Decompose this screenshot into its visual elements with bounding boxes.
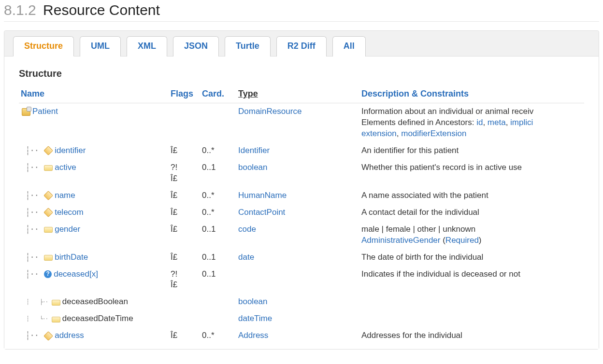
description-cell: Addresses for the individual: [359, 327, 584, 344]
cardinality-cell: 0..*: [200, 204, 236, 221]
flags-cell: Î£: [169, 249, 200, 266]
cardinality-cell: 0..*: [200, 187, 236, 204]
complex-type-icon: [43, 191, 53, 200]
type-link[interactable]: dateTime: [238, 314, 272, 323]
primitive-type-icon: [44, 227, 53, 233]
type-link[interactable]: boolean: [238, 163, 268, 172]
description-cell: Information about an individual or anima…: [359, 103, 584, 142]
element-name-link[interactable]: name: [55, 191, 75, 200]
element-name-link[interactable]: birthDate: [55, 252, 88, 262]
structure-subtitle: Structure: [19, 68, 584, 79]
ancestor-link[interactable]: modifierExtension: [401, 129, 466, 138]
description-cell: A contact detail for the individual: [359, 204, 584, 221]
flags-cell: Î£: [169, 187, 200, 204]
table-row: ┆·· nameÎ£0..*HumanNameA name associated…: [19, 187, 584, 204]
table-row: ┆·· active?!Î£0..1booleanWhether this pa…: [19, 159, 584, 187]
flags-cell: Î£: [169, 142, 200, 159]
table-row: ┆ └·· deceasedDateTimedateTime: [19, 310, 584, 327]
tab-json[interactable]: JSON: [173, 36, 219, 56]
tab-r2-diff[interactable]: R2 Diff: [276, 36, 327, 56]
cardinality-cell: 0..*: [200, 142, 236, 159]
flags-cell: Î£: [169, 204, 200, 221]
type-link[interactable]: Identifier: [238, 146, 270, 155]
type-link[interactable]: DomainResource: [238, 107, 302, 116]
tab-strip: StructureUMLXMLJSONTurtleR2 DiffAll: [4, 31, 599, 56]
binding-link[interactable]: AdministrativeGender: [361, 236, 440, 245]
cardinality-cell: 0..*: [200, 327, 236, 344]
element-name-link[interactable]: telecom: [55, 208, 84, 217]
binding-strength-link[interactable]: Required: [445, 236, 479, 245]
col-card[interactable]: Card.: [200, 86, 236, 103]
description-cell: Indicates if the individual is deceased …: [359, 266, 584, 294]
ancestor-link[interactable]: meta: [488, 118, 506, 127]
ancestor-link[interactable]: id: [476, 118, 483, 127]
table-row: ┆·· telecomÎ£0..*ContactPointA contact d…: [19, 204, 584, 221]
section-title-text: Resource Content: [43, 2, 160, 18]
element-name-link[interactable]: active: [55, 163, 76, 172]
cardinality-cell: [200, 310, 236, 327]
primitive-type-icon: [44, 255, 53, 261]
element-name-link[interactable]: address: [55, 331, 84, 340]
complex-type-icon: [43, 208, 53, 217]
description-cell: [359, 310, 584, 327]
cardinality-cell: [200, 294, 236, 310]
cardinality-cell: 0..1: [200, 159, 236, 187]
type-link[interactable]: Address: [238, 331, 268, 340]
col-flags[interactable]: Flags: [169, 86, 200, 103]
tab-panel-structure: Structure Name Flags Card. Type Descript…: [4, 56, 599, 349]
tab-all[interactable]: All: [332, 36, 366, 56]
table-row: ┆·· identifierÎ£0..*IdentifierAn identif…: [19, 142, 584, 159]
description-cell: A name associated with the patient: [359, 187, 584, 204]
type-link[interactable]: HumanName: [238, 191, 287, 200]
col-name[interactable]: Name: [19, 86, 169, 103]
cardinality-cell: 0..1: [200, 266, 236, 294]
resource-panel: StructureUMLXMLJSONTurtleR2 DiffAll Stru…: [4, 30, 599, 350]
resource-icon: [22, 108, 30, 116]
ancestor-link[interactable]: extension: [361, 129, 397, 138]
flags-cell: [169, 310, 200, 327]
description-cell: An identifier for this patient: [359, 142, 584, 159]
table-row: ┆·· birthDateÎ£0..1dateThe date of birth…: [19, 249, 584, 266]
flags-cell: Î£: [169, 327, 200, 344]
structure-table: Name Flags Card. Type Description & Cons…: [19, 86, 584, 344]
flags-cell: [169, 294, 200, 310]
element-name-link[interactable]: gender: [55, 224, 80, 234]
flags-cell: ?!Î£: [169, 266, 200, 294]
description-cell: The date of birth for the individual: [359, 249, 584, 266]
tab-uml[interactable]: UML: [80, 36, 121, 56]
complex-type-icon: [43, 331, 53, 341]
element-name-link[interactable]: identifier: [55, 146, 86, 155]
section-number: 8.1.2: [4, 2, 36, 18]
type-link[interactable]: date: [238, 252, 254, 262]
section-heading: 8.1.2 Resource Content: [4, 2, 599, 22]
element-name: deceasedDateTime: [62, 314, 133, 323]
col-type[interactable]: Type: [236, 86, 359, 103]
element-name-link[interactable]: Patient: [32, 107, 58, 116]
type-link[interactable]: ContactPoint: [238, 208, 285, 217]
table-row: ┆·· addressÎ£0..*AddressAddresses for th…: [19, 327, 584, 344]
flags-cell: Î£: [169, 221, 200, 249]
description-cell: male | female | other | unknownAdministr…: [359, 221, 584, 249]
tab-turtle[interactable]: Turtle: [225, 36, 271, 56]
table-row: ┆·· genderÎ£0..1codemale | female | othe…: [19, 221, 584, 249]
type-link[interactable]: boolean: [238, 297, 268, 306]
choice-type-icon: [44, 270, 52, 278]
complex-type-icon: [43, 146, 53, 155]
tab-structure[interactable]: Structure: [13, 36, 74, 56]
ancestor-link[interactable]: implici: [510, 118, 533, 127]
cardinality-cell: 0..1: [200, 221, 236, 249]
type-link[interactable]: code: [238, 224, 256, 234]
tab-xml[interactable]: XML: [127, 36, 167, 56]
cardinality-cell: 0..1: [200, 249, 236, 266]
element-name-link[interactable]: deceased[x]: [54, 269, 98, 279]
flags-cell: ?!Î£: [169, 159, 200, 187]
primitive-type-icon: [52, 300, 60, 306]
table-row: PatientDomainResourceInformation about a…: [19, 103, 584, 142]
element-name: deceasedBoolean: [62, 297, 128, 306]
col-desc[interactable]: Description & Constraints: [359, 86, 584, 103]
description-cell: [359, 294, 584, 310]
description-cell: Whether this patient's record is in acti…: [359, 159, 584, 187]
table-row: ┆·· deceased[x]?!Î£0..1Indicates if the …: [19, 266, 584, 294]
table-row: ┆ ├·· deceasedBooleanboolean: [19, 294, 584, 310]
primitive-type-icon: [44, 165, 53, 171]
